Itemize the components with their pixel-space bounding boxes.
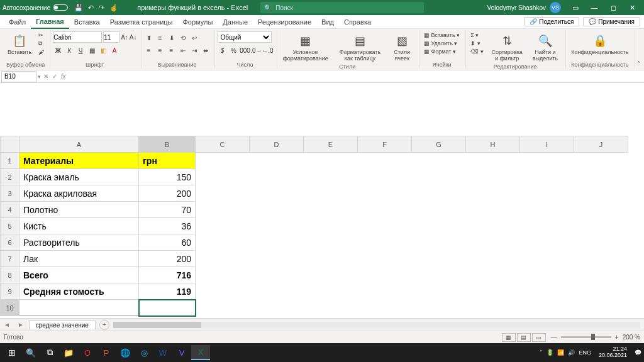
- sheet-nav-prev-icon[interactable]: ◄: [0, 321, 14, 328]
- insert-cells-button[interactable]: ▦ Вставить ▾: [422, 31, 462, 39]
- row-header[interactable]: 4: [1, 202, 19, 218]
- align-right-icon[interactable]: ≡: [167, 45, 177, 55]
- increase-font-icon[interactable]: A↑: [121, 34, 128, 41]
- col-header-F[interactable]: F: [358, 136, 412, 153]
- wifi-icon[interactable]: 📶: [557, 349, 564, 356]
- search-taskbar-icon[interactable]: 🔍: [21, 345, 40, 360]
- conditional-formatting-button[interactable]: ▦Условное форматирование: [280, 31, 331, 63]
- fx-icon[interactable]: fx: [61, 73, 66, 80]
- col-header-J[interactable]: J: [574, 136, 628, 153]
- cell[interactable]: Лак: [19, 251, 139, 267]
- horizontal-scrollbar[interactable]: [113, 322, 640, 328]
- cell[interactable]: 70: [139, 202, 196, 218]
- number-format-select[interactable]: Общий: [218, 31, 272, 43]
- tab-data[interactable]: Данные: [218, 15, 253, 29]
- cut-button[interactable]: ✂: [36, 31, 46, 39]
- col-header-D[interactable]: D: [250, 136, 304, 153]
- redo-icon[interactable]: ↷: [99, 4, 104, 12]
- page-layout-view-icon[interactable]: ▤: [517, 333, 531, 342]
- spreadsheet-grid[interactable]: A B C D E F G H I J 1Материалыгрн 2Краск…: [0, 83, 644, 318]
- undo-icon[interactable]: ↶: [88, 4, 94, 12]
- cell[interactable]: 36: [139, 218, 196, 234]
- percent-icon[interactable]: %: [229, 45, 239, 55]
- font-size-input[interactable]: [103, 31, 119, 43]
- app-icon[interactable]: ◎: [135, 345, 153, 360]
- tab-insert[interactable]: Вставка: [69, 15, 105, 29]
- sheet-nav-next-icon[interactable]: ►: [14, 321, 28, 328]
- format-painter-button[interactable]: 🖌: [36, 48, 46, 56]
- paste-button[interactable]: 📋Вставить: [5, 31, 34, 57]
- row-header[interactable]: 10: [1, 300, 19, 316]
- format-cells-button[interactable]: ▦ Формат ▾: [422, 48, 462, 55]
- viber-icon[interactable]: V: [172, 345, 191, 360]
- cell[interactable]: 200: [139, 251, 196, 267]
- enter-formula-icon[interactable]: ✓: [52, 73, 57, 80]
- italic-button[interactable]: К: [64, 45, 74, 55]
- align-left-icon[interactable]: ≡: [144, 45, 154, 55]
- word-icon[interactable]: W: [153, 345, 172, 360]
- fill-color-button[interactable]: ◧: [98, 45, 108, 55]
- add-sheet-button[interactable]: +: [99, 320, 109, 330]
- namebox-dropdown-icon[interactable]: ▾: [38, 74, 41, 80]
- start-button[interactable]: ⊞: [3, 348, 21, 358]
- bold-button[interactable]: Ж: [53, 45, 63, 55]
- find-select-button[interactable]: 🔍Найти и выделить: [529, 31, 562, 63]
- underline-button[interactable]: Ч: [75, 45, 86, 55]
- cell[interactable]: 200: [139, 185, 196, 202]
- tab-help[interactable]: Справка: [339, 15, 376, 29]
- tab-review[interactable]: Рецензирование: [253, 15, 316, 29]
- autosum-button[interactable]: Σ ▾: [469, 31, 486, 39]
- font-color-button[interactable]: A: [109, 45, 119, 55]
- font-name-input[interactable]: [53, 31, 102, 43]
- cell[interactable]: [19, 300, 139, 316]
- inc-decimal-icon[interactable]: .0→: [252, 45, 262, 55]
- select-all-corner[interactable]: [1, 136, 19, 153]
- row-header[interactable]: 2: [1, 169, 19, 185]
- tab-home[interactable]: Главная: [31, 15, 69, 29]
- cell[interactable]: Полотно: [19, 202, 139, 218]
- dec-decimal-icon[interactable]: ←.0: [263, 45, 273, 55]
- fill-button[interactable]: ⬇ ▾: [469, 40, 486, 47]
- align-bottom-icon[interactable]: ⬇: [167, 33, 177, 43]
- cell-selected[interactable]: [139, 300, 196, 316]
- align-top-icon[interactable]: ⬆: [144, 33, 154, 43]
- row-header[interactable]: 1: [1, 153, 19, 169]
- maximize-icon[interactable]: ◻: [604, 4, 623, 12]
- zoom-out-icon[interactable]: —: [551, 334, 557, 341]
- minimize-icon[interactable]: —: [585, 4, 604, 11]
- chrome-icon[interactable]: 🌐: [116, 345, 135, 360]
- indent-dec-icon[interactable]: ⇤: [178, 45, 188, 55]
- volume-icon[interactable]: 🔊: [568, 349, 575, 356]
- copy-button[interactable]: ⧉: [36, 40, 46, 48]
- confidentiality-button[interactable]: 🔒Конфиденциальность: [569, 31, 631, 57]
- cell-styles-button[interactable]: ▧Стили ячеек: [389, 31, 415, 63]
- col-header-H[interactable]: H: [466, 136, 520, 153]
- zoom-slider[interactable]: [561, 336, 611, 338]
- cancel-formula-icon[interactable]: ✕: [43, 73, 48, 80]
- name-box[interactable]: B10: [1, 71, 36, 82]
- cell[interactable]: Растворитель: [19, 234, 139, 251]
- zoom-level[interactable]: 200 %: [623, 334, 640, 341]
- tab-layout[interactable]: Разметка страницы: [105, 15, 178, 29]
- col-header-G[interactable]: G: [412, 136, 466, 153]
- comments-button[interactable]: 💬 Примечания: [583, 17, 640, 26]
- wrap-text-icon[interactable]: ↩: [189, 33, 199, 43]
- notifications-icon[interactable]: 💬: [635, 349, 641, 356]
- delete-cells-button[interactable]: ▦ Удалить ▾: [422, 40, 462, 47]
- autosave-toggle[interactable]: Автосохранение: [3, 4, 68, 11]
- sheet-tab[interactable]: среднее значение: [29, 321, 96, 329]
- explorer-icon[interactable]: 📁: [59, 345, 78, 360]
- align-middle-icon[interactable]: ≡: [155, 33, 165, 43]
- comma-icon[interactable]: 000: [240, 45, 250, 55]
- cell[interactable]: 150: [139, 169, 196, 185]
- sort-filter-button[interactable]: ⇅Сортировка и фильтр: [488, 31, 526, 63]
- cell[interactable]: 716: [139, 267, 196, 283]
- user-name[interactable]: Volodymyr Shashkov: [487, 4, 546, 11]
- format-as-table-button[interactable]: ▤Форматировать как таблицу: [334, 31, 387, 63]
- col-header-I[interactable]: I: [520, 136, 574, 153]
- tab-formulas[interactable]: Формулы: [177, 15, 218, 29]
- row-header[interactable]: 3: [1, 185, 19, 202]
- row-header[interactable]: 9: [1, 283, 19, 300]
- col-header-C[interactable]: C: [196, 136, 250, 153]
- cell[interactable]: Всего: [19, 267, 139, 283]
